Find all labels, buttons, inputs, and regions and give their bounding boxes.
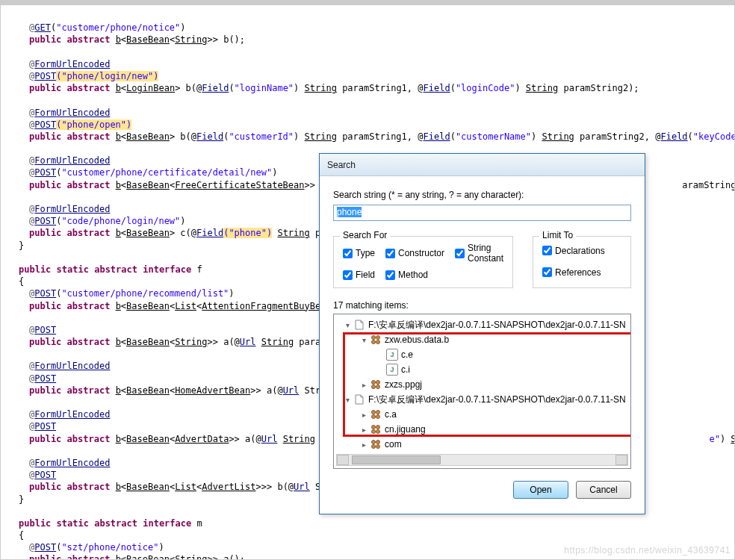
tree-expander-icon[interactable]: ▸ [359,440,368,449]
dialog-title: Search [327,160,356,170]
tree-node[interactable]: ▸c.a [335,407,629,422]
tree-node-label: c.a [385,409,397,420]
svg-point-5 [376,381,380,385]
file-icon [353,393,365,405]
tree-expander-icon[interactable]: ▸ [359,380,368,389]
search-dialog: Search Search string (* = any string, ? … [319,153,645,514]
tree-node-label: zxw.ebus.data.b [385,335,449,345]
tree-node[interactable]: ▸cn.jiguang [335,422,629,437]
cb-references[interactable]: References [542,264,621,280]
class-icon: J [386,364,398,376]
editor-tab-strip [1,1,734,5]
class-icon: J [386,349,398,361]
tree-node-label: c.e [401,349,413,360]
tree-expander-icon[interactable]: ▾ [343,320,352,329]
package-icon [370,408,382,420]
tree-node-label: c.i [401,364,410,375]
svg-point-13 [376,426,380,429]
tree-node[interactable]: ▾F:\安卓反编译\dex2jar-0.0.7.11-SNAPSHOT\dex2… [335,392,629,407]
search-input[interactable]: phone [333,205,631,221]
svg-point-6 [372,385,376,389]
tree-node[interactable]: ▾zxw.ebus.data.b [335,332,629,347]
tree-node[interactable]: ▾F:\安卓反编译\dex2jar-0.0.7.11-SNAPSHOT\dex2… [335,317,629,332]
svg-point-14 [372,430,376,434]
svg-point-16 [372,441,376,444]
svg-point-8 [372,411,376,414]
cb-constructor[interactable]: Constructor [385,248,444,258]
tree-node-label: F:\安卓反编译\dex2jar-0.0.7.11-SNAPSHOT\dex2j… [368,319,626,332]
package-icon [370,438,382,450]
cb-string-constant[interactable]: String Constant [455,243,503,264]
svg-point-3 [376,340,380,344]
limit-to-legend: Limit To [539,230,576,240]
svg-point-15 [376,430,380,434]
package-icon [370,334,382,346]
tree-expander-icon[interactable]: ▾ [359,335,368,344]
tree-expander-icon[interactable]: ▾ [343,395,352,404]
cb-type[interactable]: Type [343,248,375,258]
tree-node-label: cn.jiguang [385,424,426,435]
tree-node[interactable]: Jc.i [335,362,629,377]
svg-point-9 [376,411,380,414]
svg-point-0 [372,336,376,340]
tree-h-scrollbar[interactable] [336,454,628,466]
package-icon [370,423,382,435]
svg-point-18 [372,445,376,449]
cancel-button[interactable]: Cancel [576,481,631,499]
match-count-label: 17 matching items: [333,300,631,311]
tree-node-label: F:\安卓反编译\dex2jar-0.0.7.11-SNAPSHOT\dex2j… [368,393,626,406]
svg-point-7 [376,385,380,389]
open-button[interactable]: Open [513,481,568,499]
tree-node[interactable]: ▸com [335,437,629,452]
limit-to-group: Limit To Declarations References [533,236,631,288]
svg-point-17 [376,441,380,444]
watermark: https://blog.csdn.net/weixin_43639741 [564,545,731,556]
cb-field[interactable]: Field [343,270,375,280]
cb-method[interactable]: Method [385,270,444,280]
svg-point-12 [372,426,376,429]
tree-expander-icon[interactable] [376,350,385,359]
search-for-legend: Search For [340,230,390,240]
file-icon [353,319,365,331]
results-tree[interactable]: ▾F:\安卓反编译\dex2jar-0.0.7.11-SNAPSHOT\dex2… [333,314,631,469]
dialog-titlebar[interactable]: Search [320,154,645,176]
svg-point-19 [376,445,380,449]
tree-expander-icon[interactable]: ▸ [359,425,368,434]
tree-node-label: zxzs.ppgj [385,379,422,390]
svg-point-2 [372,340,376,344]
tree-expander-icon[interactable] [376,365,385,374]
tree-node[interactable]: Jc.e [335,347,629,362]
package-icon [370,379,382,391]
search-for-group: Search For Type Constructor String Const… [333,236,513,288]
svg-point-11 [376,415,380,419]
tree-node[interactable]: ▸zxzs.ppgj [335,377,629,392]
svg-point-4 [372,381,376,385]
tree-expander-icon[interactable]: ▸ [359,410,368,419]
svg-point-1 [376,336,380,340]
cb-declarations[interactable]: Declarations [542,243,621,258]
svg-point-10 [372,415,376,419]
tree-node-label: com [385,439,402,449]
search-string-label: Search string (* = any string, ? = any c… [333,190,631,200]
